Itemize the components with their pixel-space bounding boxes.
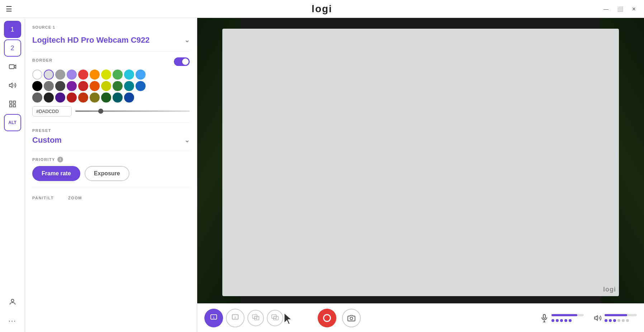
border-toggle[interactable] [174,57,190,66]
border-section: BORDER [32,57,190,117]
color-swatch-nearblack[interactable] [44,93,54,103]
volume-dot-6 [626,319,629,322]
priority-btn-exposure[interactable]: Exposure [85,166,129,181]
color-swatch-charcoal[interactable] [32,93,42,103]
mic-dots [551,319,584,322]
svg-rect-3 [9,101,11,103]
color-swatch-forest[interactable] [101,93,111,103]
color-swatch-yellow[interactable] [101,70,111,80]
divider-4 [32,187,190,187]
window-controls: — ⬜ ✕ [601,5,638,13]
color-swatch-lime[interactable] [101,81,111,91]
svg-rect-0 [9,65,14,69]
sidebar-item-more[interactable]: ··· [4,312,21,329]
color-opacity-slider[interactable] [75,110,190,112]
color-swatch-black[interactable] [32,81,42,91]
maximize-button[interactable]: ⬜ [615,5,625,13]
priority-btn-framerate[interactable]: Frame rate [32,166,80,181]
color-swatch-darkorange[interactable] [90,81,100,91]
sidebar-item-camera[interactable] [4,58,21,75]
color-swatch-brightgreen[interactable] [113,81,123,91]
color-swatch-brown[interactable] [78,93,88,103]
toolbar-source2-label: 2 [231,313,239,323]
close-button[interactable]: ✕ [630,5,638,13]
sidebar-item-layout[interactable] [4,95,21,113]
preset-value-row[interactable]: Custom ⌄ [32,136,190,145]
priority-info-icon[interactable]: i [57,157,63,162]
titlebar: ☰ logi — ⬜ ✕ [0,0,644,18]
video-area: logi [197,18,644,303]
color-swatch-lavender[interactable] [67,70,77,80]
color-swatch-darkteal[interactable] [113,93,123,103]
color-swatch-orange[interactable] [90,70,100,80]
color-swatch-darkgray[interactable] [44,81,54,91]
screenshot-btn[interactable] [342,309,361,327]
volume-icon[interactable] [594,314,602,322]
color-swatch-navy[interactable] [136,81,146,91]
menu-icon[interactable]: ☰ [6,5,12,13]
svg-text:2: 2 [235,316,236,319]
record-dot [323,314,331,322]
volume-dot-3 [613,319,616,322]
toolbar-source1-btn[interactable]: 1 [204,309,223,327]
color-swatch-purple[interactable] [67,81,77,91]
color-swatch-lightgray-selected[interactable] [44,70,54,80]
volume-control [594,314,637,322]
color-swatch-deeppurple[interactable] [55,93,65,103]
mic-dot-5 [569,319,572,322]
color-swatch-teal[interactable] [124,70,134,80]
toolbar-source3-label: 1 [252,313,260,322]
sidebar-item-alt[interactable]: ALT [4,114,21,131]
sidebar-item-source2[interactable]: 2 [4,39,21,57]
more-icon: ··· [8,317,16,325]
border-label: BORDER [32,58,53,62]
color-input-row [32,106,190,117]
device-dropdown-chevron[interactable]: ⌄ [184,36,190,44]
sidebar-item-source1[interactable]: 1 [4,21,21,38]
toolbar-source2-btn[interactable]: 2 [226,309,245,327]
mic-slider[interactable] [551,314,584,316]
pan-tilt-label: PAN/TILT [32,196,54,200]
color-swatch-cyan[interactable] [124,81,134,91]
source1-label: 1 [10,26,14,33]
toolbar-source1-label: 1 [210,313,218,323]
color-swatch-white[interactable] [32,70,42,80]
sidebar-item-audio[interactable] [4,77,21,94]
volume-level-container [605,314,637,322]
mic-icon[interactable] [540,314,549,322]
device-name-row: Logitech HD Pro Webcam C922 ⌄ [32,35,190,46]
svg-rect-5 [9,105,11,107]
pan-tilt-row: PAN/TILT ZOOM [32,196,190,200]
volume-dots [605,319,637,322]
color-swatch-crimson[interactable] [67,93,77,103]
toolbar-source3-btn[interactable]: 1 [247,310,264,326]
color-swatch-red[interactable] [78,70,88,80]
preset-dropdown-chevron[interactable]: ⌄ [184,136,190,144]
volume-dot-1 [605,319,607,322]
svg-marker-1 [14,65,16,68]
color-swatch-darkblue[interactable] [124,93,134,103]
record-btn[interactable] [318,309,336,327]
color-swatch-midgray[interactable] [55,81,65,91]
toolbar-source4-btn[interactable]: 2 [267,310,283,326]
mic-dot-2 [556,319,559,322]
divider-2 [32,122,190,123]
svg-text:2: 2 [275,317,277,320]
svg-rect-4 [13,101,15,103]
color-hex-input[interactable] [32,106,72,117]
mic-dot-1 [551,319,554,322]
svg-rect-6 [13,105,15,107]
color-swatch-blue[interactable] [136,70,146,80]
sidebar-item-profile[interactable] [4,293,21,310]
alt-label: ALT [8,120,16,125]
source-label: SOURCE 1 [32,25,190,29]
content-area: logi 1 2 [197,18,644,332]
color-swatch-darkred[interactable] [78,81,88,91]
color-swatch-olive[interactable] [90,93,100,103]
volume-slider[interactable] [605,314,637,316]
minimize-button[interactable]: — [601,5,611,13]
color-swatch-green[interactable] [113,70,123,80]
svg-point-18 [350,317,352,319]
svg-text:1: 1 [256,317,257,320]
color-swatch-gray[interactable] [55,70,65,80]
